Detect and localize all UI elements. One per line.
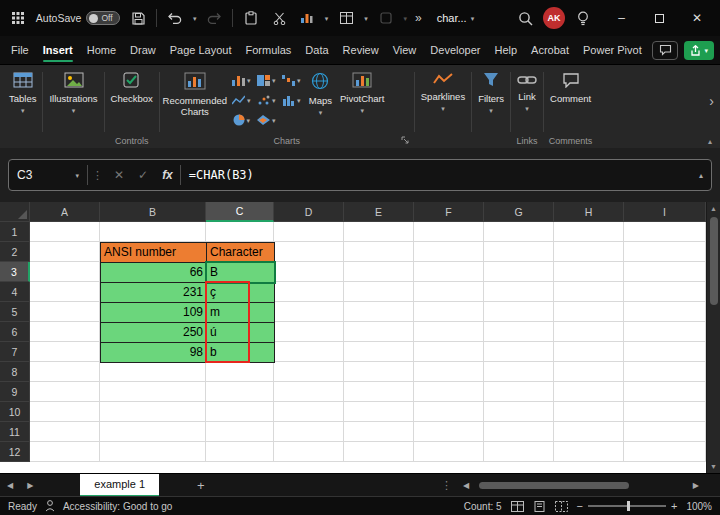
cell-B6[interactable]: 250	[100, 322, 207, 343]
cell-C8[interactable]	[206, 362, 274, 382]
normal-view-icon[interactable]	[511, 501, 524, 512]
charts-dialog-launcher-icon[interactable]	[401, 130, 409, 148]
cell-D7[interactable]	[274, 342, 344, 362]
row-header-9[interactable]: 9	[0, 382, 30, 402]
zoom-in-button[interactable]: +	[671, 500, 677, 512]
row-header-3[interactable]: 3	[0, 262, 30, 282]
search-icon[interactable]	[515, 8, 535, 28]
column-header-F[interactable]: F	[414, 202, 484, 222]
cell-A8[interactable]	[30, 362, 100, 382]
cell-H9[interactable]	[554, 382, 624, 402]
enter-icon[interactable]: ✓	[131, 168, 155, 182]
menu-tab-review[interactable]: Review	[336, 36, 386, 64]
menu-tab-view[interactable]: View	[386, 36, 424, 64]
cell-H3[interactable]	[554, 262, 624, 282]
cell-D4[interactable]	[274, 282, 344, 302]
overflow-icon[interactable]: »	[415, 11, 422, 25]
cell-E7[interactable]	[344, 342, 414, 362]
cell-H2[interactable]	[554, 242, 624, 262]
cell-E12[interactable]	[344, 442, 414, 462]
page-break-view-icon[interactable]	[555, 501, 568, 512]
insert-function-icon[interactable]: fx	[155, 168, 180, 182]
menu-tab-insert[interactable]: Insert	[36, 36, 80, 64]
menu-tab-page-layout[interactable]: Page Layout	[163, 36, 239, 64]
column-chart-button[interactable]: ▾	[229, 75, 254, 86]
cell-F6[interactable]	[414, 322, 484, 342]
cell-E9[interactable]	[344, 382, 414, 402]
scatter-chart-button[interactable]: ▾	[254, 95, 279, 106]
pie-chart-button[interactable]: ▾	[229, 114, 254, 126]
row-header-2[interactable]: 2	[0, 242, 30, 262]
cell-I8[interactable]	[624, 362, 706, 382]
cell-G1[interactable]	[484, 222, 554, 242]
cell-G12[interactable]	[484, 442, 554, 462]
cell-F8[interactable]	[414, 362, 484, 382]
close-button[interactable]: ✕	[682, 6, 712, 30]
menu-tab-help[interactable]: Help	[487, 36, 524, 64]
cell-B2[interactable]: ANSI number	[100, 242, 207, 263]
clipboard-icon[interactable]	[241, 8, 261, 28]
cell-F5[interactable]	[414, 302, 484, 322]
cell-I1[interactable]	[624, 222, 706, 242]
cell-G2[interactable]	[484, 242, 554, 262]
cell-B5[interactable]: 109	[100, 302, 207, 323]
row-header-7[interactable]: 7	[0, 342, 30, 362]
cell-G4[interactable]	[484, 282, 554, 302]
save-icon[interactable]	[128, 8, 148, 28]
menu-tab-home[interactable]: Home	[80, 36, 123, 64]
qat-table-chevron-icon[interactable]: ▾	[364, 15, 368, 22]
cell-D9[interactable]	[274, 382, 344, 402]
cell-A3[interactable]	[30, 262, 100, 282]
row-header-6[interactable]: 6	[0, 322, 30, 342]
cell-D3[interactable]	[274, 262, 344, 282]
cell-E3[interactable]	[344, 262, 414, 282]
sparklines-button[interactable]: Sparklines ▾	[418, 68, 468, 113]
recommended-charts-button[interactable]: Recommended Charts	[163, 68, 227, 119]
column-header-D[interactable]: D	[274, 202, 344, 222]
cell-A6[interactable]	[30, 322, 100, 342]
menu-tab-formulas[interactable]: Formulas	[239, 36, 299, 64]
cell-B1[interactable]	[100, 222, 206, 242]
name-box[interactable]: C3 ▾	[9, 168, 87, 182]
cell-B7[interactable]: 98	[100, 342, 207, 363]
cell-F12[interactable]	[414, 442, 484, 462]
cell-C6[interactable]: ú	[206, 322, 275, 343]
column-header-A[interactable]: A	[30, 202, 100, 222]
menu-tab-acrobat[interactable]: Acrobat	[524, 36, 576, 64]
line-chart-button[interactable]: ▾	[229, 95, 254, 106]
cell-G7[interactable]	[484, 342, 554, 362]
document-title-dropdown[interactable]: char... ▾	[430, 9, 481, 27]
cell-C1[interactable]	[206, 222, 274, 242]
cell-F10[interactable]	[414, 402, 484, 422]
row-header-1[interactable]: 1	[0, 222, 30, 242]
cell-G9[interactable]	[484, 382, 554, 402]
cell-F1[interactable]	[414, 222, 484, 242]
cell-E5[interactable]	[344, 302, 414, 322]
column-header-C[interactable]: C	[206, 202, 274, 222]
cell-I11[interactable]	[624, 422, 706, 442]
cell-B4[interactable]: 231	[100, 282, 207, 303]
cell-B10[interactable]	[100, 402, 206, 422]
qat-chart-icon[interactable]	[297, 8, 317, 28]
cell-C4[interactable]: ç	[206, 282, 275, 303]
cell-A11[interactable]	[30, 422, 100, 442]
cell-C11[interactable]	[206, 422, 274, 442]
cell-A1[interactable]	[30, 222, 100, 242]
page-layout-view-icon[interactable]	[533, 501, 546, 512]
cell-I5[interactable]	[624, 302, 706, 322]
cell-D8[interactable]	[274, 362, 344, 382]
waterfall-chart-button[interactable]: ▾	[279, 75, 304, 86]
cell-C12[interactable]	[206, 442, 274, 462]
statistic-chart-button[interactable]: ▾	[279, 95, 304, 106]
row-header-11[interactable]: 11	[0, 422, 30, 442]
comment-button[interactable]: Comment	[547, 68, 594, 106]
hscroll-left-icon[interactable]: ◀	[456, 481, 476, 490]
cell-H10[interactable]	[554, 402, 624, 422]
ribbon-more-chevron-icon[interactable]: ›	[709, 93, 714, 109]
column-header-B[interactable]: B	[100, 202, 206, 222]
menu-tab-file[interactable]: File	[4, 36, 36, 64]
autosave-toggle[interactable]: AutoSave Off	[36, 11, 121, 25]
cell-D6[interactable]	[274, 322, 344, 342]
redo-icon[interactable]	[205, 8, 225, 28]
comments-button[interactable]	[652, 41, 678, 60]
